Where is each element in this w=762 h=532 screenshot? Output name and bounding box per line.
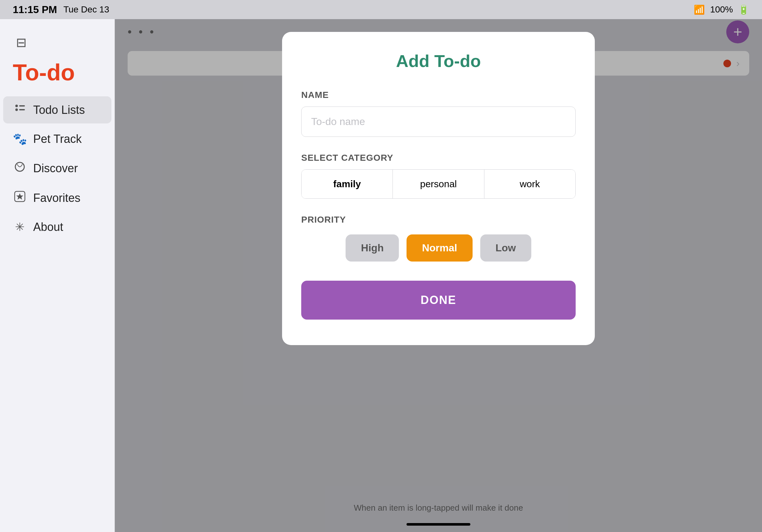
done-button[interactable]: DONE bbox=[301, 281, 575, 320]
sidebar: ⊟ To-do Todo Lists 🐾 Pet Track bbox=[0, 19, 115, 532]
category-segment: family personal work bbox=[301, 169, 575, 199]
status-date: Tue Dec 13 bbox=[63, 4, 110, 15]
about-icon: ✳ bbox=[13, 220, 27, 234]
sidebar-item-label-favorites: Favorites bbox=[33, 191, 80, 205]
modal-title: Add To-do bbox=[301, 51, 575, 71]
modal-overlay: Add To-do NAME SELECT CATEGORY family pe… bbox=[115, 19, 762, 532]
svg-point-2 bbox=[15, 108, 18, 111]
todo-lists-icon bbox=[13, 103, 27, 117]
battery-level: 100% bbox=[710, 4, 733, 15]
sidebar-item-label-about: About bbox=[33, 220, 63, 234]
wifi-icon: 📶 bbox=[694, 4, 705, 15]
sidebar-item-label-pet-track: Pet Track bbox=[33, 132, 82, 146]
category-work[interactable]: work bbox=[485, 170, 575, 198]
sidebar-item-label-todo-lists: Todo Lists bbox=[33, 103, 85, 117]
status-time: 11:15 PM bbox=[13, 4, 57, 16]
battery-icon: 🔋 bbox=[738, 4, 749, 15]
priority-field-label: PRIORITY bbox=[301, 215, 575, 225]
sidebar-item-label-discover: Discover bbox=[33, 162, 78, 175]
category-personal[interactable]: personal bbox=[393, 170, 484, 198]
todo-name-input[interactable] bbox=[301, 106, 575, 137]
sidebar-item-todo-lists[interactable]: Todo Lists bbox=[3, 96, 112, 123]
priority-section: PRIORITY High Normal Low bbox=[301, 215, 575, 262]
sidebar-item-favorites[interactable]: Favorites bbox=[3, 184, 112, 212]
sidebar-item-pet-track[interactable]: 🐾 Pet Track bbox=[3, 126, 112, 152]
main-content: • • • + › Add To-do NAME SELECT CATEGOR bbox=[115, 19, 762, 532]
svg-point-0 bbox=[15, 104, 18, 107]
status-bar: 11:15 PM Tue Dec 13 📶 100% 🔋 bbox=[0, 0, 762, 19]
priority-high-button[interactable]: High bbox=[345, 234, 399, 262]
svg-rect-3 bbox=[19, 109, 25, 110]
category-family[interactable]: family bbox=[302, 170, 393, 198]
sidebar-nav: Todo Lists 🐾 Pet Track Discover bbox=[0, 95, 114, 241]
add-todo-modal: Add To-do NAME SELECT CATEGORY family pe… bbox=[282, 32, 595, 345]
sidebar-title: To-do bbox=[13, 59, 102, 86]
favorites-icon bbox=[13, 191, 27, 205]
discover-icon bbox=[13, 161, 27, 175]
priority-buttons: High Normal Low bbox=[301, 234, 575, 262]
sidebar-item-discover[interactable]: Discover bbox=[3, 155, 112, 182]
sidebar-toggle-icon[interactable]: ⊟ bbox=[13, 32, 30, 53]
name-field-label: NAME bbox=[301, 90, 575, 100]
svg-rect-1 bbox=[19, 105, 25, 106]
app-container: ⊟ To-do Todo Lists 🐾 Pet Track bbox=[0, 19, 762, 532]
status-right: 📶 100% 🔋 bbox=[694, 4, 749, 15]
sidebar-header: ⊟ To-do bbox=[0, 26, 114, 95]
priority-normal-button[interactable]: Normal bbox=[407, 234, 472, 262]
category-field-label: SELECT CATEGORY bbox=[301, 153, 575, 163]
priority-low-button[interactable]: Low bbox=[480, 234, 531, 262]
svg-marker-6 bbox=[16, 193, 23, 200]
sidebar-item-about[interactable]: ✳ About bbox=[3, 214, 112, 240]
pet-track-icon: 🐾 bbox=[13, 132, 27, 146]
